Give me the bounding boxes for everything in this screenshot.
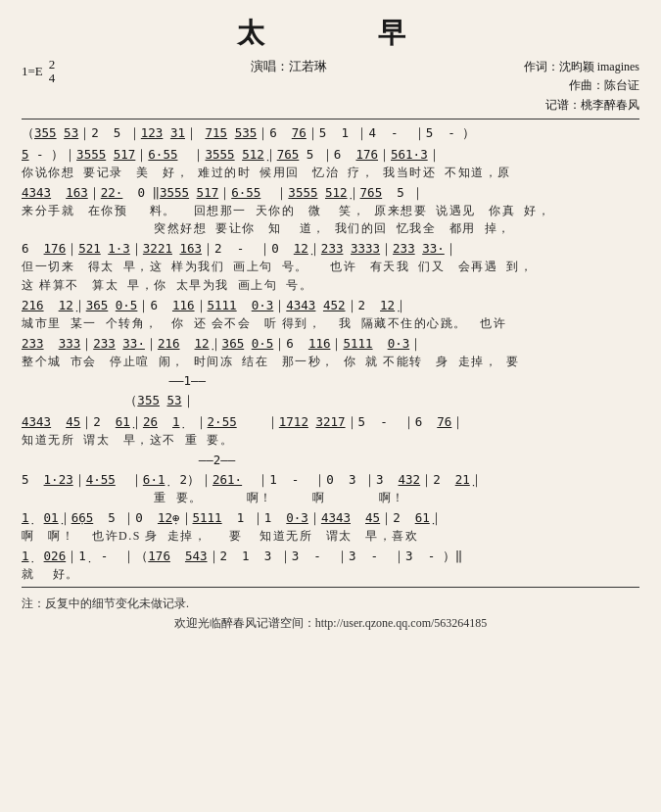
key-time-sig: 1=E 2 4 bbox=[22, 58, 55, 86]
section-intro: （355 53｜2 5 ｜123 31｜ 715 535｜6 76｜5 1 ｜4… bbox=[22, 123, 639, 143]
notation-7b: （355 53｜ bbox=[22, 391, 639, 410]
section-4: 216 12̣｜365 0·5｜6 116｜5111 0·3｜4343 452｜… bbox=[22, 296, 639, 332]
credits: 作词：沈昀颖 imagines 作曲：陈台证 记谱：桃李醉春风 bbox=[524, 58, 639, 115]
lyrics-4a: 但一切来 得太 早，这 样为我们 画上句 号。 也许 有天我 们又 会再遇 到， bbox=[22, 259, 639, 275]
notation-10: 1̣ 01̣｜6̣65 5 ｜0 12̣⊕｜5111 1 ｜1 0·3｜4343… bbox=[22, 508, 639, 528]
section-2: 4343 163｜22· 0 ‖3555 517｜6·55 ｜3555 512̣… bbox=[22, 183, 639, 238]
lyrics-6: 整个城 市会 停止喧 闹， 时间冻 结在 那一秒， 你 就 不能转 身 走掉， … bbox=[22, 354, 639, 370]
main-content: 太 早 1=E 2 4 演唱：江若琳 作词：沈昀颖 imagines 作曲：陈台… bbox=[18, 14, 643, 632]
footer-link: 欢迎光临醉春风记谱空间：http://user.qzone.qq.com/563… bbox=[22, 615, 639, 632]
section-6: ——1—— （355 53｜ bbox=[22, 371, 639, 410]
lyricist: 作词：沈昀颖 imagines bbox=[524, 58, 639, 76]
section-3: 6 176｜521 1·3｜3221 163｜2 - ｜0 12̣｜233 33… bbox=[22, 239, 639, 294]
section-7: 4343 45｜2 61̣｜26 1̣ ｜2·55 ｜1712 3217｜5 -… bbox=[22, 412, 639, 449]
notation-8: 4343 45｜2 61̣｜26 1̣ ｜2·55 ｜1712 3217｜5 -… bbox=[22, 412, 639, 432]
notation-2: 5 - ）｜3555 517｜6·55 ｜3555 512̣｜765 5 ｜6 … bbox=[22, 145, 639, 165]
time-signature: 2 4 bbox=[49, 58, 56, 86]
lyrics-11: 就 好。 bbox=[22, 566, 639, 583]
top-divider bbox=[22, 119, 639, 119]
song-title: 太 早 bbox=[22, 14, 639, 52]
time-denominator: 4 bbox=[49, 72, 56, 85]
notation-7a: ——1—— bbox=[22, 371, 639, 391]
section-1: 5 - ）｜3555 517｜6·55 ｜3555 512̣｜765 5 ｜6 … bbox=[22, 145, 639, 181]
lyrics-3b: 突然好想 要让你 知 道， 我们的回 忆我全 都用 掉， bbox=[22, 220, 639, 237]
notation-3: 4343 163｜22· 0 ‖3555 517｜6·55 ｜3555 512̣… bbox=[22, 183, 639, 203]
section-9: 1̣ 01̣｜6̣65 5 ｜0 12̣⊕｜5111 1 ｜1 0·3｜4343… bbox=[22, 508, 639, 545]
transcriber: 记谱：桃李醉春风 bbox=[524, 96, 639, 115]
lyrics-8: 知道无所 谓太 早，这不 重 要。 bbox=[22, 432, 639, 449]
section-8: ——2—— 5 1·23｜4·55 ｜6·1̣ 2）｜261· ｜1 - ｜0 … bbox=[22, 451, 639, 506]
notation-6: 233 333｜233 33·｜216 12̣｜365 0·5｜6 116｜51… bbox=[22, 334, 639, 354]
footer-note: 注：反复中的细节变化未做记录. bbox=[22, 596, 639, 612]
notation-9: ——2—— bbox=[22, 451, 639, 470]
notation-9b: 5 1·23｜4·55 ｜6·1̣ 2）｜261· ｜1 - ｜0 3 ｜3 4… bbox=[22, 470, 639, 490]
notation-5: 216 12̣｜365 0·5｜6 116｜5111 0·3｜4343 452｜… bbox=[22, 296, 639, 315]
meta-row: 1=E 2 4 演唱：江若琳 作词：沈昀颖 imagines 作曲：陈台证 记谱… bbox=[22, 58, 639, 115]
time-numerator: 2 bbox=[49, 58, 56, 72]
notation-1: （355 53｜2 5 ｜123 31｜ 715 535｜6 76｜5 1 ｜4… bbox=[22, 123, 639, 143]
performer-label: 演唱： bbox=[251, 59, 289, 73]
key-signature: 1=E bbox=[22, 63, 43, 80]
section-10: 1̣ 026｜1̣ - ｜（176 543｜2 1 3 ｜3 - ｜3 - ｜3… bbox=[22, 547, 639, 583]
notation-4: 6 176｜521 1·3｜3221 163｜2 - ｜0 12̣｜233 33… bbox=[22, 239, 639, 259]
lyrics-4b: 这 样算不 算太 早，你 太早为我 画上句 号。 bbox=[22, 277, 639, 294]
lyrics-9: 重 要。 啊！ 啊 啊！ bbox=[22, 490, 639, 506]
bottom-divider bbox=[22, 587, 639, 588]
lyrics-3a: 来分手就 在你预 料。 回想那一 天你的 微 笑， 原来想要 说遇见 你真 好， bbox=[22, 203, 639, 219]
composer: 作曲：陈台证 bbox=[524, 76, 639, 95]
performer-name: 江若琳 bbox=[289, 59, 327, 73]
lyrics-10: 啊 啊！ 也许D.S 身 走掉， 要 知道无所 谓太 早，喜欢 bbox=[22, 528, 639, 545]
notation-11: 1̣ 026｜1̣ - ｜（176 543｜2 1 3 ｜3 - ｜3 - ｜3… bbox=[22, 547, 639, 566]
performer-info: 演唱：江若琳 bbox=[251, 58, 327, 75]
section-5: 233 333｜233 33·｜216 12̣｜365 0·5｜6 116｜51… bbox=[22, 334, 639, 370]
lyrics-2: 你说你想 要记录 美 好， 难过的时 候用回 忆治 疗， 我当时还 不知道，原 bbox=[22, 165, 639, 181]
lyrics-5: 城市里 某一 个转角， 你 还 会不会 听 得到， 我 隔藏不住的心跳。 也许 bbox=[22, 315, 639, 332]
